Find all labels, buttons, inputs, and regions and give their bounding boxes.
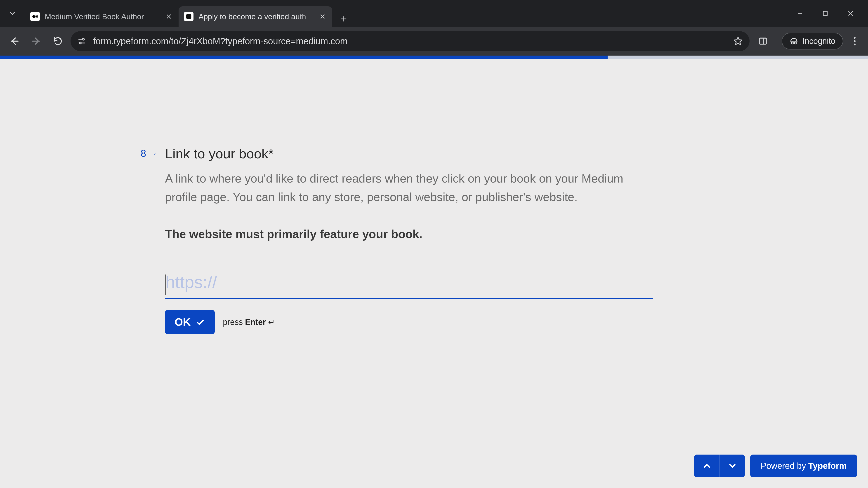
powered-by-link[interactable]: Powered by Typeform [750, 455, 857, 477]
browser-toolbar: form.typeform.com/to/Zj4rXboM?typeform-s… [0, 27, 868, 56]
incognito-label: Incognito [802, 36, 835, 46]
svg-point-1 [35, 15, 37, 18]
site-info-button[interactable] [77, 36, 87, 46]
hint-prefix: press [223, 318, 245, 327]
keyboard-hint: press Enter ↵ [223, 318, 275, 327]
medium-favicon-icon [30, 12, 40, 21]
close-icon [319, 13, 326, 20]
svg-point-2 [37, 15, 37, 18]
window-maximize-button[interactable] [822, 10, 829, 17]
window-minimize-button[interactable] [796, 9, 804, 17]
bookmark-button[interactable] [733, 36, 743, 46]
svg-rect-4 [823, 11, 827, 15]
panel-icon [758, 36, 768, 46]
window-controls [796, 0, 868, 27]
question-title: Link to your book* [165, 146, 680, 162]
star-icon [733, 36, 743, 46]
reload-button[interactable] [49, 32, 67, 50]
svg-point-0 [32, 15, 35, 18]
chevron-down-icon [727, 461, 737, 471]
chevron-up-icon [702, 461, 712, 471]
question-description-text: A link to where you'd like to direct rea… [165, 172, 623, 203]
arrow-right-icon: → [149, 149, 157, 158]
tab-title: Apply to become a verified auth [198, 12, 314, 21]
kebab-icon [853, 36, 856, 46]
incognito-icon [789, 37, 798, 46]
tune-icon [77, 37, 86, 46]
browser-menu-button[interactable] [847, 36, 863, 46]
tab-strip: Medium Verified Book Author Apply to bec… [25, 0, 352, 27]
arrow-left-icon [9, 36, 20, 46]
check-icon [195, 317, 205, 327]
back-button[interactable] [5, 32, 24, 50]
hint-key: Enter [245, 318, 266, 327]
page-content: 8 → Link to your book* A link to where y… [0, 56, 868, 488]
form-progress-track [0, 56, 868, 59]
svg-point-9 [794, 42, 796, 44]
minimize-icon [796, 9, 804, 17]
previous-question-button[interactable] [694, 455, 719, 477]
window-close-button[interactable] [847, 9, 855, 17]
book-link-input[interactable] [165, 268, 653, 299]
url-text: form.typeform.com/to/Zj4rXboM?typeform-s… [93, 36, 726, 46]
incognito-chip[interactable]: Incognito [782, 33, 843, 50]
powered-brand: Typeform [808, 461, 847, 471]
text-caret [165, 274, 166, 295]
ok-button[interactable]: OK [165, 310, 215, 334]
omnibox-actions [733, 36, 743, 46]
question-description: A link to where you'd like to direct rea… [165, 169, 653, 243]
ok-label: OK [175, 316, 191, 328]
new-tab-button[interactable]: + [336, 11, 352, 27]
maximize-icon [822, 10, 829, 17]
svg-point-5 [83, 38, 84, 40]
reload-icon [53, 36, 63, 46]
svg-point-10 [854, 37, 856, 39]
svg-point-8 [792, 42, 794, 44]
forward-button[interactable] [27, 32, 45, 50]
close-icon [847, 9, 855, 17]
powered-prefix: Powered by [761, 461, 806, 471]
close-icon [165, 13, 172, 20]
tab-close-button[interactable] [319, 13, 326, 20]
tab-title: Medium Verified Book Author [45, 12, 160, 21]
question-emphasis: The website must primarily feature your … [165, 225, 653, 243]
arrow-right-icon [31, 36, 41, 46]
tab-medium-verified[interactable]: Medium Verified Book Author [25, 6, 179, 27]
svg-point-12 [854, 43, 856, 45]
question-number-value: 8 [141, 148, 146, 159]
svg-point-6 [79, 42, 81, 44]
question-number: 8 → [141, 148, 157, 159]
svg-point-11 [854, 40, 856, 42]
tab-search-dropdown[interactable] [8, 9, 17, 18]
tab-apply-verified[interactable]: Apply to become a verified auth [179, 6, 332, 27]
address-bar[interactable]: form.typeform.com/to/Zj4rXboM?typeform-s… [70, 31, 749, 51]
tab-search-area [0, 9, 25, 18]
submit-row: OK press Enter ↵ [165, 310, 680, 334]
svg-rect-3 [186, 14, 191, 19]
form-progress-fill [0, 56, 608, 59]
typeform-favicon-icon [184, 12, 193, 21]
hint-symbol: ↵ [266, 318, 275, 327]
side-panel-button[interactable] [758, 36, 768, 46]
form-footer-controls: Powered by Typeform [694, 455, 857, 477]
next-question-button[interactable] [719, 455, 745, 477]
tab-close-button[interactable] [165, 13, 172, 20]
question-block: 8 → Link to your book* A link to where y… [165, 146, 680, 334]
browser-titlebar: Medium Verified Book Author Apply to bec… [0, 0, 868, 27]
chevron-down-icon [8, 9, 16, 17]
question-nav [694, 455, 745, 477]
